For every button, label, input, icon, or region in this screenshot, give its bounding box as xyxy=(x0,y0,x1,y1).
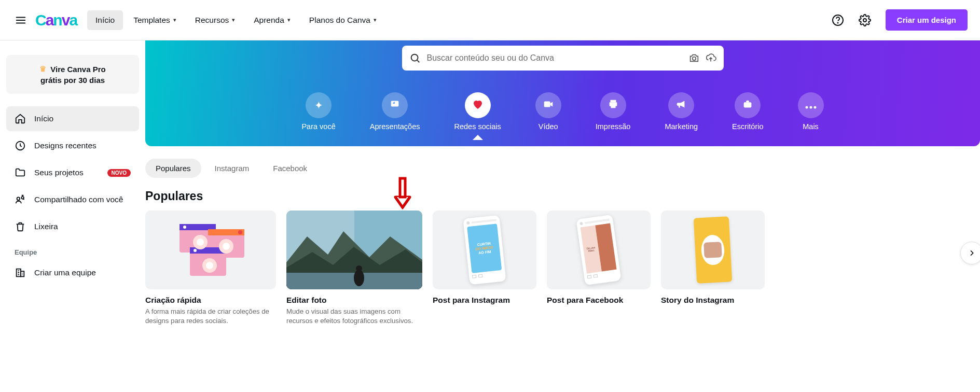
svg-point-5 xyxy=(863,19,866,22)
upload-icon[interactable] xyxy=(705,52,716,64)
category-mais[interactable]: Mais xyxy=(798,92,824,131)
pro-upgrade-card[interactable]: ♛Vire Canva Pro grátis por 30 dias xyxy=(6,55,139,94)
card-title: Post para Instagram xyxy=(433,296,536,305)
category-video[interactable]: Vídeo xyxy=(535,92,561,131)
card-thumbnail: CURTIRDO INÍCIOAO FIM xyxy=(433,211,536,289)
tab-label: Instagram xyxy=(215,164,250,173)
category-redes-sociais[interactable]: Redes sociais xyxy=(454,92,501,131)
tab-instagram[interactable]: Instagram xyxy=(204,159,260,178)
search-input[interactable] xyxy=(427,53,682,63)
category-row: ✦Para você Apresentações Redes sociais V… xyxy=(145,92,980,140)
nav-tab-aprenda[interactable]: Aprenda▾ xyxy=(245,10,299,30)
nav-tab-templates[interactable]: Templates▾ xyxy=(125,10,185,30)
tab-label: Facebook xyxy=(273,164,307,173)
carousel-next-button[interactable] xyxy=(960,242,980,264)
category-para-voce[interactable]: ✦Para você xyxy=(301,92,335,131)
sidebar-item-criar-equipe[interactable]: Criar uma equipe xyxy=(6,260,139,285)
card-row: Criação rápida A forma mais rápida de cr… xyxy=(145,211,980,326)
sidebar-item-label: Criar uma equipe xyxy=(34,268,96,277)
cta-label: Criar um design xyxy=(897,16,956,24)
help-icon xyxy=(832,14,844,26)
category-impressao[interactable]: Impressão xyxy=(596,92,631,131)
chevron-down-icon: ▾ xyxy=(287,17,291,23)
sidebar-item-compartilhado[interactable]: Compartilhado com você xyxy=(6,187,139,212)
category-marketing[interactable]: Marketing xyxy=(665,92,698,131)
svg-point-22 xyxy=(809,106,812,108)
video-icon xyxy=(543,99,554,113)
card-desc: Mude o visual das suas imagens com recur… xyxy=(286,307,422,326)
chevron-down-icon: ▾ xyxy=(374,17,377,23)
chevron-down-icon: ▾ xyxy=(173,17,176,23)
sidebar-item-inicio[interactable]: Início xyxy=(6,106,139,131)
settings-button[interactable] xyxy=(854,10,875,31)
sidebar-item-recentes[interactable]: Designs recentes xyxy=(6,133,139,158)
story-mockup xyxy=(694,216,733,283)
category-label: Marketing xyxy=(665,122,698,131)
card-editar-foto[interactable]: Editar foto Mude o visual das suas image… xyxy=(286,211,422,326)
pro-line2: grátis por 30 dias xyxy=(15,76,131,85)
category-label: Escritório xyxy=(732,122,763,131)
filter-tabs: Populares Instagram Facebook xyxy=(145,146,980,183)
category-label: Para você xyxy=(301,122,335,131)
more-icon xyxy=(805,100,817,111)
category-label: Apresentações xyxy=(370,122,420,131)
nav-tab-recursos[interactable]: Recursos▾ xyxy=(187,10,243,30)
svg-point-8 xyxy=(21,197,24,199)
sidebar-nav: Início Designs recentes Seus projetos NO… xyxy=(6,106,139,239)
svg-rect-39 xyxy=(400,178,405,197)
help-button[interactable] xyxy=(827,10,848,31)
hamburger-icon xyxy=(15,15,26,26)
crown-icon: ♛ xyxy=(39,64,46,74)
svg-point-29 xyxy=(238,230,242,234)
menu-toggle[interactable] xyxy=(12,12,29,29)
card-desc: A forma mais rápida de criar coleções de… xyxy=(145,307,276,326)
category-escritorio[interactable]: Escritório xyxy=(732,92,763,131)
phone-mockup: CURTIRDO INÍCIOAO FIM xyxy=(463,215,506,285)
share-icon xyxy=(15,194,26,205)
card-title: Post para Facebook xyxy=(547,296,651,305)
tab-populares[interactable]: Populares xyxy=(145,159,201,178)
camera-icon[interactable] xyxy=(688,52,700,64)
thumbnail-art xyxy=(286,211,422,289)
nav-tab-planos[interactable]: Planos do Canva▾ xyxy=(301,10,385,30)
building-icon xyxy=(15,267,26,278)
svg-point-36 xyxy=(223,243,230,250)
sidebar-item-projetos[interactable]: Seus projetos NOVO xyxy=(6,160,139,185)
card-thumbnail xyxy=(661,211,765,289)
nav-tab-label: Aprenda xyxy=(254,16,284,25)
card-story-instagram[interactable]: Story do Instagram xyxy=(661,211,765,326)
card-post-facebook[interactable]: Dia dasMães Post para Facebook xyxy=(547,211,651,326)
svg-rect-10 xyxy=(21,271,24,276)
search-bar[interactable] xyxy=(402,46,724,71)
nav-tab-label: Templates xyxy=(133,16,170,25)
card-title: Criação rápida xyxy=(145,296,276,305)
phone-mockup: Dia dasMães xyxy=(576,215,621,285)
create-design-button[interactable]: Criar um design xyxy=(886,9,968,31)
new-badge: NOVO xyxy=(107,169,131,177)
card-criacao-rapida[interactable]: Criação rápida A forma mais rápida de cr… xyxy=(145,211,276,326)
sidebar-item-label: Designs recentes xyxy=(34,141,96,150)
sidebar-item-lixeira[interactable]: Lixeira xyxy=(6,214,139,239)
search-icon xyxy=(409,52,421,64)
sidebar-item-label: Seus projetos xyxy=(34,168,84,177)
tab-facebook[interactable]: Facebook xyxy=(263,159,318,178)
card-post-instagram[interactable]: CURTIRDO INÍCIOAO FIM Post para Instagra… xyxy=(433,211,536,326)
card-thumbnail xyxy=(145,211,276,289)
briefcase-icon xyxy=(742,99,753,113)
category-label: Mais xyxy=(803,122,819,131)
tab-label: Populares xyxy=(156,164,191,173)
svg-point-7 xyxy=(17,197,20,200)
svg-line-12 xyxy=(417,60,419,62)
svg-point-44 xyxy=(356,265,362,272)
category-label: Vídeo xyxy=(539,122,558,131)
sidebar-item-label: Compartilhado com você xyxy=(34,195,123,204)
svg-point-21 xyxy=(805,106,808,108)
nav-tab-label: Planos do Canva xyxy=(309,16,370,25)
category-apresentacoes[interactable]: Apresentações xyxy=(370,92,420,131)
nav-tab-inicio[interactable]: Início xyxy=(87,10,123,30)
thumbnail-art xyxy=(164,216,257,284)
nav-tab-label: Recursos xyxy=(195,16,229,25)
svg-rect-18 xyxy=(611,105,615,108)
canva-logo[interactable]: Canva xyxy=(35,11,77,29)
svg-point-23 xyxy=(813,106,816,108)
